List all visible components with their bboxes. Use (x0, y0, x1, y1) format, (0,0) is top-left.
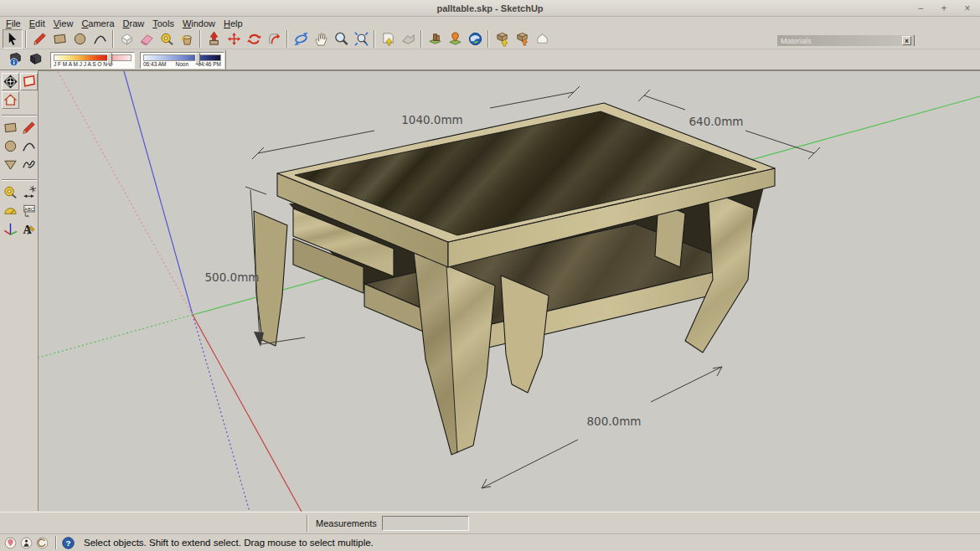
shadow-date-slider[interactable]: J F M A M J J A S O N D (50, 52, 135, 69)
help-button[interactable]: ? (61, 536, 75, 550)
close-button[interactable]: × (962, 3, 973, 14)
offset-button[interactable] (264, 29, 284, 49)
hand-icon (313, 31, 329, 47)
separator (2, 175, 37, 181)
eraser-button[interactable] (137, 29, 157, 49)
make-component-button[interactable] (116, 29, 137, 49)
share-model-button[interactable] (512, 29, 532, 49)
date-slider-track[interactable] (54, 54, 132, 61)
menu-camera[interactable]: Camera (79, 18, 120, 28)
orbit-icon (293, 31, 309, 47)
triangle-icon (3, 157, 18, 173)
dimension-height-label[interactable]: 500.0mm (205, 270, 260, 284)
measurements-input[interactable] (382, 516, 469, 531)
rectangle-button[interactable] (49, 29, 70, 49)
sign-in-button[interactable] (35, 536, 49, 550)
menu-file[interactable]: File (3, 18, 27, 28)
menu-help[interactable]: Help (221, 18, 249, 28)
date-slider-handle[interactable] (107, 53, 112, 64)
shadow-toggle-button[interactable] (25, 51, 45, 70)
dimension-width-label[interactable]: 640.0mm (689, 115, 744, 128)
axes-icon (3, 221, 18, 237)
terrain-icon (400, 31, 416, 47)
dimension-length-label[interactable]: 1040.0mm (401, 113, 463, 126)
paint-bucket-icon (179, 31, 195, 47)
title-bar: palltable.skp - SketchUp − + × (0, 0, 980, 17)
time-label-morning: 06:43 AM (143, 61, 166, 68)
menu-window[interactable]: Window (180, 18, 221, 28)
move-button[interactable] (224, 29, 244, 49)
svg-text:?: ? (66, 538, 71, 548)
compass-tool-button[interactable] (2, 73, 19, 90)
separator (199, 30, 201, 48)
paint-bucket-button[interactable] (177, 29, 197, 49)
shadow-time-slider[interactable]: 06:43 AM Noon 04:46 PM (140, 52, 224, 69)
arc-button[interactable] (90, 29, 110, 49)
get-current-view-button[interactable] (378, 29, 398, 49)
axes-tool-button[interactable] (2, 220, 19, 238)
menu-edit[interactable]: Edit (27, 18, 51, 28)
circle-icon (3, 138, 18, 154)
shadow-box-icon (28, 52, 44, 68)
dimension-tool-button[interactable] (20, 183, 38, 201)
maximize-button[interactable]: + (938, 3, 950, 14)
circle-button[interactable] (70, 29, 90, 49)
rectangle-tool-button[interactable] (2, 119, 19, 136)
dimension-leg-span-label[interactable]: 800.0mm (587, 415, 642, 428)
menu-tools[interactable]: Tools (150, 18, 180, 28)
zoom-button[interactable] (331, 29, 351, 49)
select-button[interactable] (3, 29, 23, 49)
separator (55, 536, 57, 549)
walkthrough-tool-button[interactable] (2, 91, 19, 109)
credit-attribution-button[interactable] (19, 536, 34, 550)
geo-pin-circle-icon (3, 536, 18, 550)
freehand-tool-button[interactable] (20, 156, 38, 173)
menu-draw[interactable]: Draw (121, 18, 151, 28)
help-circle-icon: ? (61, 536, 75, 550)
menu-view[interactable]: View (51, 18, 80, 28)
shadow-settings-button[interactable] (5, 51, 25, 70)
time-slider-handle[interactable] (195, 53, 200, 64)
line-button[interactable] (29, 29, 49, 49)
table-model[interactable] (254, 103, 775, 455)
toggle-terrain-button[interactable] (398, 29, 418, 49)
3d-text-tool-button[interactable]: A (20, 220, 38, 238)
pan-button[interactable] (311, 29, 331, 49)
pencil-icon (32, 31, 48, 47)
geolocation-button[interactable] (3, 536, 18, 550)
materials-panel-titlebar[interactable]: Materials x (777, 35, 915, 46)
dimension-icon (21, 184, 37, 200)
component-button[interactable] (532, 29, 552, 49)
materials-close-button[interactable]: x (902, 36, 911, 45)
tool-palette: ABCA (0, 70, 39, 511)
minimize-button[interactable]: − (915, 3, 926, 14)
offset-arc-icon (266, 31, 282, 47)
tape-measure-tool-button[interactable] (2, 183, 19, 201)
house-outline-icon (534, 31, 550, 47)
select-face-tool-button[interactable] (20, 73, 38, 90)
dimension-height[interactable]: 500.0mm (205, 187, 305, 347)
inner-leg-board (501, 276, 549, 393)
tape-measure-button[interactable] (157, 29, 177, 49)
text-tool-button[interactable]: ABC (20, 202, 38, 219)
magnifier-icon (333, 31, 349, 47)
push-pull-button[interactable] (204, 29, 224, 49)
measurements-separator (307, 515, 308, 532)
magnifier-extents-icon (353, 31, 369, 47)
photo-textures-button[interactable] (425, 29, 445, 49)
circle-tool-button[interactable] (2, 137, 19, 155)
orbit-button[interactable] (291, 29, 311, 49)
red-face-icon (21, 74, 37, 90)
get-models-button[interactable] (492, 29, 512, 49)
protractor-tool-button[interactable] (2, 202, 19, 219)
polygon-tool-button[interactable] (2, 156, 19, 173)
add-location-button[interactable] (445, 29, 465, 49)
zoom-extents-button[interactable] (351, 29, 371, 49)
google-earth-button[interactable] (465, 29, 485, 49)
rotate-button[interactable] (244, 29, 264, 49)
arc-tool-button[interactable] (20, 137, 38, 155)
line-tool-button[interactable] (20, 119, 38, 136)
drawing-canvas[interactable]: 1040.0mm 640.0mm 500.0mm 800.0mm (39, 70, 980, 511)
time-slider-track[interactable] (143, 54, 221, 61)
push-pull-icon (206, 31, 222, 47)
